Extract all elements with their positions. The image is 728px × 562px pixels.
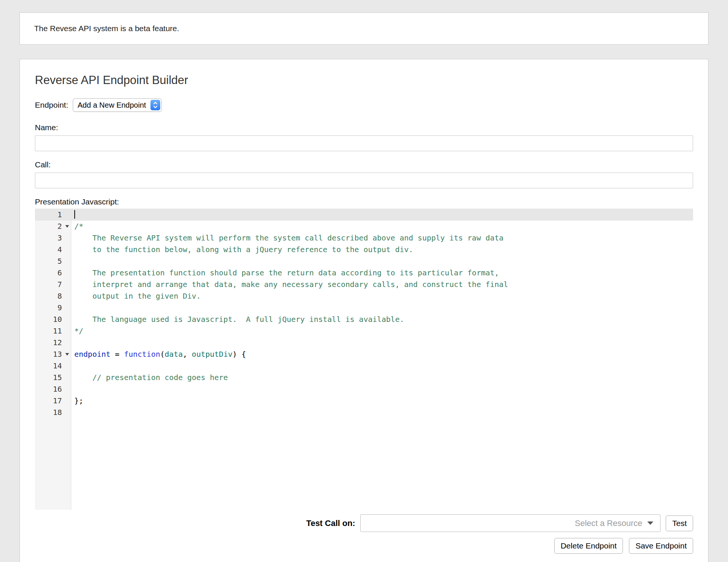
- code-line-text[interactable]: endpoint = function(data, outputDiv) {: [71, 349, 246, 360]
- delete-endpoint-button[interactable]: Delete Endpoint: [554, 538, 623, 554]
- line-gutter: 9: [35, 302, 71, 314]
- line-number: 14: [35, 360, 63, 372]
- code-token: to the function below, along with a jQue…: [74, 245, 413, 254]
- code-line-text[interactable]: // presentation code goes here: [71, 372, 228, 383]
- call-label: Call:: [35, 160, 693, 169]
- code-line[interactable]: 16: [35, 383, 693, 395]
- line-gutter: 1: [35, 209, 71, 221]
- code-line-text[interactable]: };: [71, 395, 83, 407]
- code-line[interactable]: 5: [35, 255, 693, 267]
- code-lines: 12/*3 The Reverse API system will perfor…: [35, 209, 693, 418]
- code-line[interactable]: 9: [35, 302, 693, 314]
- code-line-text[interactable]: [71, 360, 74, 372]
- line-gutter: 14: [35, 360, 71, 372]
- line-number: 6: [35, 267, 63, 279]
- line-number: 3: [35, 232, 63, 244]
- code-token: };: [74, 396, 83, 405]
- fold-slot: [63, 225, 71, 228]
- code-editor[interactable]: 12/*3 The Reverse API system will perfor…: [35, 209, 693, 510]
- code-line[interactable]: 6 The presentation function should parse…: [35, 267, 693, 279]
- test-call-label: Test Call on:: [306, 518, 355, 528]
- code-line[interactable]: 15 // presentation code goes here: [35, 372, 693, 383]
- line-gutter: 2: [35, 221, 71, 232]
- dropdown-arrow-icon: [647, 521, 653, 525]
- line-number: 10: [35, 314, 63, 325]
- code-line-text[interactable]: output in the given Div.: [71, 290, 201, 302]
- endpoint-select[interactable]: Add a New Endpoint: [73, 98, 162, 112]
- line-number: 11: [35, 325, 63, 337]
- test-button[interactable]: Test: [666, 515, 693, 531]
- line-gutter: 7: [35, 279, 71, 290]
- code-line[interactable]: 11*/: [35, 325, 693, 337]
- code-line-text[interactable]: The presentation function should parse t…: [71, 267, 499, 279]
- code-line-text[interactable]: [71, 209, 75, 221]
- line-gutter: 18: [35, 407, 71, 418]
- name-input[interactable]: [35, 135, 693, 151]
- line-gutter: 10: [35, 314, 71, 325]
- code-line[interactable]: 13endpoint = function(data, outputDiv) {: [35, 349, 693, 360]
- fold-slot: [63, 353, 71, 356]
- code-token: The presentation function should parse t…: [74, 268, 499, 277]
- code-line[interactable]: 4 to the function below, along with a jQ…: [35, 244, 693, 255]
- endpoint-builder-panel: Reverse API Endpoint Builder Endpoint: A…: [20, 59, 708, 562]
- endpoint-label: Endpoint:: [35, 101, 68, 110]
- code-line[interactable]: 17};: [35, 395, 693, 407]
- code-line[interactable]: 7 interpret and arrange that data, make …: [35, 279, 693, 290]
- call-field: Call:: [35, 160, 693, 188]
- code-line[interactable]: 2/*: [35, 221, 693, 232]
- line-number: 16: [35, 383, 63, 395]
- line-number: 13: [35, 349, 63, 360]
- code-line-text[interactable]: [71, 302, 74, 314]
- code-line[interactable]: 3 The Reverse API system will perform th…: [35, 232, 693, 244]
- line-gutter: 3: [35, 232, 71, 244]
- resource-select-placeholder: Select a Resource: [575, 518, 642, 528]
- code-line-text[interactable]: to the function below, along with a jQue…: [71, 244, 413, 255]
- code-line-text[interactable]: /*: [71, 221, 83, 232]
- page: The Revese API system is a beta feature.…: [20, 12, 708, 562]
- code-token: /*: [74, 222, 83, 231]
- select-stepper-icon: [150, 100, 160, 110]
- line-gutter: 16: [35, 383, 71, 395]
- line-number: 7: [35, 279, 63, 290]
- line-number: 17: [35, 395, 63, 407]
- code-line[interactable]: 10 The language used is Javascript. A fu…: [35, 314, 693, 325]
- test-call-row: Test Call on: Select a Resource Test: [35, 514, 693, 532]
- code-line-text[interactable]: The language used is Javascript. A full …: [71, 314, 404, 325]
- save-endpoint-button[interactable]: Save Endpoint: [629, 538, 693, 554]
- code-token: function: [124, 350, 160, 359]
- fold-arrow-icon[interactable]: [65, 353, 69, 356]
- line-number: 2: [35, 221, 63, 232]
- code-line-text[interactable]: interpret and arrange that data, make an…: [71, 279, 508, 290]
- line-number: 9: [35, 302, 63, 314]
- code-line-text[interactable]: The Reverse API system will perform the …: [71, 232, 504, 244]
- code-line-text[interactable]: [71, 383, 74, 395]
- code-token: output in the given Div.: [74, 292, 201, 301]
- code-line[interactable]: 14: [35, 360, 693, 372]
- line-gutter: 6: [35, 267, 71, 279]
- code-line-text[interactable]: [71, 255, 74, 267]
- line-number: 15: [35, 372, 63, 383]
- code-token: (: [160, 350, 165, 359]
- text-cursor: [74, 210, 75, 219]
- code-line-text[interactable]: */: [71, 325, 83, 337]
- code-line[interactable]: 8 output in the given Div.: [35, 290, 693, 302]
- line-number: 8: [35, 290, 63, 302]
- code-token: */: [74, 326, 83, 335]
- resource-select[interactable]: Select a Resource: [360, 514, 660, 532]
- action-buttons-row: Delete Endpoint Save Endpoint: [35, 538, 693, 554]
- fold-arrow-icon[interactable]: [65, 225, 69, 228]
- code-line[interactable]: 1: [35, 209, 693, 221]
- code-token: interpret and arrange that data, make an…: [74, 280, 508, 289]
- call-input[interactable]: [35, 173, 693, 188]
- line-number: 12: [35, 337, 63, 349]
- code-line-text[interactable]: [71, 407, 74, 418]
- code-token: ) {: [232, 350, 246, 359]
- code-line[interactable]: 12: [35, 337, 693, 349]
- code-line-text[interactable]: [71, 337, 74, 349]
- code-token: data: [165, 350, 183, 359]
- code-line[interactable]: 18: [35, 407, 693, 418]
- page-title: Reverse API Endpoint Builder: [35, 74, 693, 87]
- line-number: 1: [35, 209, 63, 221]
- code-token: The language used is Javascript. A full …: [74, 315, 404, 324]
- endpoint-select-value: Add a New Endpoint: [78, 101, 146, 110]
